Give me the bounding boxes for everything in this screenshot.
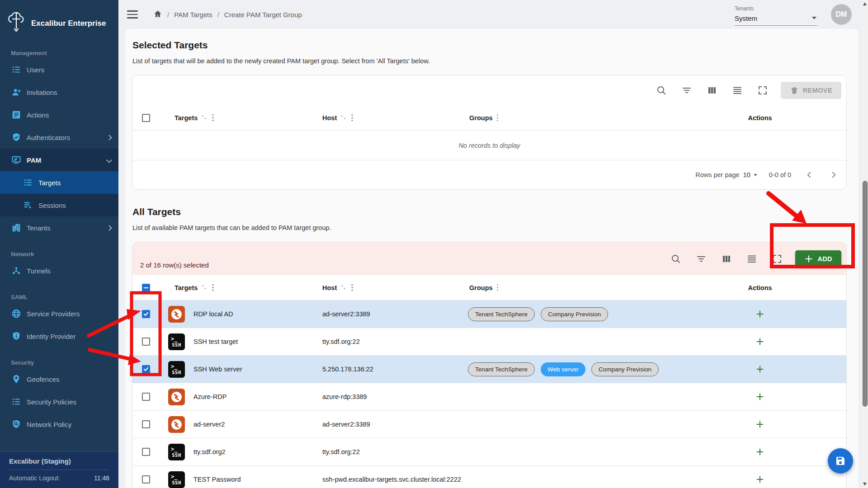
sidebar-item-tunnels[interactable]: Tunnels xyxy=(0,259,118,282)
sidebar-item-authenticators[interactable]: Authenticators xyxy=(0,126,118,149)
column-menu-icon[interactable] xyxy=(350,283,354,293)
list-icon xyxy=(23,177,33,188)
table-row[interactable]: ad-server2 ad-server2:3389 xyxy=(132,411,846,438)
hamburger-icon[interactable] xyxy=(127,10,138,19)
column-menu-icon[interactable] xyxy=(211,113,215,123)
table-row[interactable]: Azure-RDP azure-rdp:3389 xyxy=(132,383,846,411)
column-groups[interactable]: Groups xyxy=(469,284,493,291)
search-icon[interactable] xyxy=(652,81,670,99)
sidebar-item-invitations[interactable]: Invitations xyxy=(0,81,118,103)
fullscreen-icon[interactable] xyxy=(768,250,786,268)
table-row[interactable]: >_SSH SSH Web server 5.250.178.136:22 Te… xyxy=(132,356,846,383)
column-menu-icon[interactable] xyxy=(211,283,215,293)
row-checkbox[interactable] xyxy=(142,310,150,318)
sidebar-item-geofences[interactable]: Geofences xyxy=(0,368,118,390)
sort-icon[interactable] xyxy=(340,283,347,292)
sidebar-item-label: Identity Provider xyxy=(27,333,75,340)
add-row-icon[interactable] xyxy=(752,471,768,488)
screen-share-icon xyxy=(11,155,22,165)
tenant-select[interactable]: System xyxy=(735,12,817,26)
sort-icon[interactable] xyxy=(340,113,347,122)
pagination-range: 0-0 of 0 xyxy=(769,171,791,178)
sidebar-item-label: Tenants xyxy=(27,224,51,232)
columns-icon[interactable] xyxy=(717,250,736,268)
column-host[interactable]: Host xyxy=(322,114,337,122)
row-checkbox[interactable] xyxy=(142,338,150,346)
sidebar-item-network-policy[interactable]: Network Policy xyxy=(0,413,118,436)
add-button[interactable]: ADD xyxy=(795,250,841,267)
column-host[interactable]: Host xyxy=(322,284,337,291)
sidebar-item-service-providers[interactable]: Service Providers xyxy=(0,302,118,325)
table-row[interactable]: >_SSH TEST Password ssh-pwd.excalibur-ta… xyxy=(132,466,846,488)
column-groups[interactable]: Groups xyxy=(469,114,493,122)
add-row-icon[interactable] xyxy=(752,416,768,432)
save-fab-button[interactable] xyxy=(828,448,853,474)
list-icon xyxy=(11,396,22,407)
row-checkbox[interactable] xyxy=(142,475,150,483)
chevron-down-icon xyxy=(812,17,816,19)
sort-icon[interactable] xyxy=(200,113,208,122)
row-checkbox[interactable] xyxy=(142,420,150,428)
search-icon[interactable] xyxy=(667,250,685,268)
target-name: TEST Password xyxy=(193,476,241,483)
sort-icon[interactable] xyxy=(200,283,208,292)
column-menu-icon[interactable] xyxy=(350,113,354,123)
rows-per-page-select[interactable]: 10 xyxy=(743,171,757,178)
table-row[interactable]: RDP local AD ad-server2:3389 Tenant Tech… xyxy=(132,300,846,328)
row-checkbox[interactable] xyxy=(142,448,150,456)
sidebar-item-label: Security Policies xyxy=(27,398,76,406)
select-all-checkbox[interactable] xyxy=(142,284,150,292)
add-row-icon[interactable] xyxy=(752,444,768,460)
sidebar: Excalibur Enterprise Management Users In… xyxy=(0,0,118,488)
sidebar-item-targets[interactable]: Targets xyxy=(0,171,118,194)
breadcrumb: / PAM Targets / Create PAM Target Group xyxy=(153,9,302,20)
list-icon xyxy=(11,64,22,75)
table-row[interactable]: >_SSH tty.sdf.org2 tty.sdf.org:22 xyxy=(132,438,846,466)
person-add-icon xyxy=(11,87,22,98)
sidebar-item-tenants[interactable]: Tenants xyxy=(0,216,118,239)
target-name: SSH Web server xyxy=(193,366,242,373)
cloud-sword-logo-icon xyxy=(7,12,26,35)
scroll-down-icon[interactable] xyxy=(863,483,867,486)
avatar[interactable]: DM xyxy=(831,4,852,25)
save-icon xyxy=(835,455,846,466)
sidebar-item-security-policies[interactable]: Security Policies xyxy=(0,390,118,413)
column-targets[interactable]: Targets xyxy=(175,284,198,291)
sidebar-item-label: Authenticators xyxy=(27,134,70,141)
row-checkbox[interactable] xyxy=(142,393,150,401)
group-chip: Tenant TechSphere xyxy=(468,307,535,321)
fullscreen-icon[interactable] xyxy=(754,81,772,99)
sidebar-item-pam[interactable]: PAM xyxy=(0,149,118,171)
scrollbar-thumb[interactable] xyxy=(863,181,868,407)
next-page-icon[interactable] xyxy=(827,169,840,181)
sidebar-item-users[interactable]: Users xyxy=(0,58,118,81)
globe-icon xyxy=(11,308,22,319)
add-row-icon[interactable] xyxy=(752,306,768,322)
density-icon[interactable] xyxy=(728,81,746,99)
remove-button[interactable]: REMOVE xyxy=(781,82,841,99)
add-row-icon[interactable] xyxy=(752,361,768,377)
rdp-icon xyxy=(168,416,185,433)
column-targets[interactable]: Targets xyxy=(175,114,198,122)
scroll-up-icon[interactable] xyxy=(863,2,867,5)
add-row-icon[interactable] xyxy=(752,389,768,405)
add-row-icon[interactable] xyxy=(752,333,768,350)
column-menu-icon[interactable] xyxy=(495,113,500,123)
chevron-right-icon xyxy=(106,225,112,231)
sidebar-item-sessions[interactable]: Sessions xyxy=(0,194,118,216)
column-menu-icon[interactable] xyxy=(495,283,500,293)
selected-targets-toolbar: REMOVE xyxy=(132,75,846,105)
density-icon[interactable] xyxy=(743,250,761,268)
sidebar-item-actions[interactable]: Actions xyxy=(0,103,118,126)
breadcrumb-pam-targets[interactable]: PAM Targets xyxy=(174,11,212,19)
sidebar-item-identity-provider[interactable]: Identity Provider xyxy=(0,325,118,347)
row-checkbox[interactable] xyxy=(142,365,150,373)
home-icon[interactable] xyxy=(153,9,162,20)
previous-page-icon[interactable] xyxy=(803,169,816,181)
column-actions: Actions xyxy=(748,284,772,291)
columns-icon[interactable] xyxy=(703,81,721,99)
filter-icon[interactable] xyxy=(692,250,710,268)
filter-icon[interactable] xyxy=(678,81,696,99)
select-all-checkbox[interactable] xyxy=(142,114,150,122)
table-row[interactable]: >_SSH SSH test target tty.sdf.org:22 xyxy=(132,328,846,356)
